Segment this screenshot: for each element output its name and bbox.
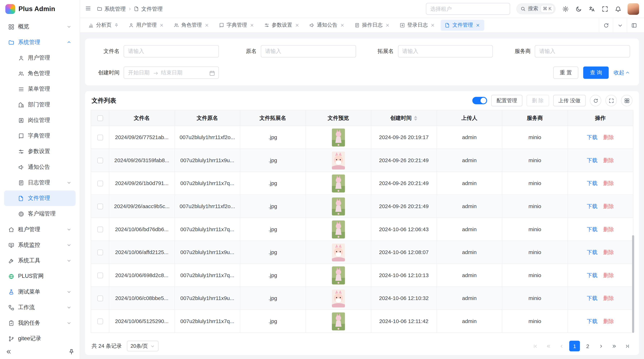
tenant-select[interactable]: 选择租户 xyxy=(426,3,510,15)
row-checkbox[interactable] xyxy=(97,319,103,324)
sidebar-item-test-menu[interactable]: 测试菜单 xyxy=(4,284,76,300)
preview-image[interactable] xyxy=(332,151,345,169)
column-created-time[interactable]: 创建时间 xyxy=(371,110,436,126)
preview-image[interactable] xyxy=(332,197,345,215)
preview-image[interactable] xyxy=(332,289,345,307)
sidebar-item-param-settings[interactable]: 参数设置 xyxy=(4,144,76,159)
delete-link[interactable]: 删除 xyxy=(603,226,614,232)
breadcrumb-item-system-management[interactable]: 系统管理 xyxy=(97,5,126,12)
tab-param-settings[interactable]: 参数设置 xyxy=(260,20,303,31)
fullscreen-list-button[interactable] xyxy=(605,95,617,106)
row-checkbox[interactable] xyxy=(97,158,103,163)
tab-file-management[interactable]: 文件管理 xyxy=(440,20,484,31)
download-link[interactable]: 下载 xyxy=(587,157,598,163)
layout-toggle-button[interactable] xyxy=(627,18,641,32)
fullscreen-button[interactable] xyxy=(601,5,608,12)
download-link[interactable]: 下载 xyxy=(587,134,598,140)
page-2-button[interactable]: 2 xyxy=(582,341,593,352)
sidebar-item-dict-management[interactable]: 字典管理 xyxy=(4,128,76,144)
sidebar-item-workflow[interactable]: 工作流 xyxy=(4,300,76,315)
download-link[interactable]: 下载 xyxy=(587,203,598,209)
download-link[interactable]: 下载 xyxy=(587,226,598,232)
original-name-input[interactable]: 请输入 xyxy=(261,45,356,57)
search-button[interactable]: 查 询 xyxy=(583,66,608,79)
file-name-input[interactable]: 请输入 xyxy=(124,45,219,57)
row-checkbox[interactable] xyxy=(97,296,103,302)
delete-link[interactable]: 删除 xyxy=(603,318,614,324)
prev-page-button[interactable] xyxy=(556,341,567,352)
delete-link[interactable]: 删除 xyxy=(603,272,614,278)
prev-pages-button[interactable] xyxy=(543,341,554,352)
breadcrumb-item-file-management[interactable]: 文件管理 xyxy=(134,5,162,12)
sidebar-item-system-monitor[interactable]: 系统监控 xyxy=(4,237,76,253)
sidebar-item-tenant-management[interactable]: 租户管理 xyxy=(4,222,76,237)
collapse-filters-link[interactable]: 收起 xyxy=(614,69,630,76)
preview-image[interactable] xyxy=(332,128,345,146)
next-pages-button[interactable] xyxy=(609,341,620,352)
hamburger-menu-icon[interactable] xyxy=(85,5,92,12)
sidebar-item-log-management[interactable]: 日志管理 xyxy=(4,175,76,190)
row-checkbox[interactable] xyxy=(97,250,103,256)
sidebar-item-system-management[interactable]: 系统管理 xyxy=(4,34,76,50)
extension-input[interactable]: 请输入 xyxy=(398,45,493,57)
sidebar-item-post-management[interactable]: 岗位管理 xyxy=(4,112,76,128)
download-link[interactable]: 下载 xyxy=(587,318,598,324)
delete-link[interactable]: 删除 xyxy=(603,157,614,163)
table-scrollbar[interactable] xyxy=(632,235,634,333)
page-1-button[interactable]: 1 xyxy=(569,341,580,352)
sidebar-item-plus-site[interactable]: PLUS官网 xyxy=(4,269,76,284)
tab-role-management[interactable]: 角色管理 xyxy=(170,20,213,31)
next-page-button[interactable] xyxy=(596,341,606,352)
row-checkbox[interactable] xyxy=(97,227,103,232)
refresh-list-button[interactable] xyxy=(590,95,601,106)
download-link[interactable]: 下载 xyxy=(587,249,598,255)
sidebar-item-notice[interactable]: 通知公告 xyxy=(4,159,76,175)
delete-link[interactable]: 删除 xyxy=(603,295,614,301)
tab-dict-management[interactable]: 字典管理 xyxy=(215,20,258,31)
preview-image[interactable] xyxy=(332,174,345,192)
preview-image[interactable] xyxy=(332,312,345,330)
sidebar-item-my-tasks[interactable]: 我的任务 xyxy=(4,315,76,331)
delete-link[interactable]: 删除 xyxy=(603,203,614,209)
sort-caret[interactable] xyxy=(414,116,417,121)
vendor-input[interactable]: 请输入 xyxy=(535,45,630,57)
row-checkbox[interactable] xyxy=(97,181,103,186)
notifications-button[interactable] xyxy=(614,5,622,12)
download-link[interactable]: 下载 xyxy=(587,272,598,278)
sidebar-item-user-management[interactable]: 用户管理 xyxy=(4,50,76,66)
batch-delete-button[interactable]: 删 除 xyxy=(526,95,549,106)
reset-button[interactable]: 重 置 xyxy=(553,66,578,79)
last-page-button[interactable] xyxy=(622,341,632,352)
tab-notice[interactable]: 通知公告 xyxy=(305,20,348,31)
dark-mode-button[interactable] xyxy=(575,5,582,12)
sidebar-item-overview[interactable]: 概览 xyxy=(4,19,76,34)
tabs-menu-button[interactable] xyxy=(613,18,627,32)
page-size-select[interactable]: 20条/页 xyxy=(127,341,159,352)
refresh-page-button[interactable] xyxy=(599,18,613,32)
sidebar-item-gitee-log[interactable]: gitee记录 xyxy=(4,331,76,344)
row-checkbox[interactable] xyxy=(97,135,103,140)
sidebar-item-system-tools[interactable]: 系统工具 xyxy=(4,253,76,268)
select-all-checkbox[interactable] xyxy=(97,115,103,121)
delete-link[interactable]: 删除 xyxy=(603,249,614,255)
tab-user-management[interactable]: 用户管理 xyxy=(124,20,168,31)
sidebar-item-file-management[interactable]: 文件管理 xyxy=(4,190,76,206)
tab-analysis[interactable]: 分析页 xyxy=(84,20,123,31)
upload-button[interactable]: 上传 没做 xyxy=(553,95,586,106)
column-settings-button[interactable] xyxy=(621,95,632,106)
download-link[interactable]: 下载 xyxy=(587,295,598,301)
row-checkbox[interactable] xyxy=(97,204,103,209)
tab-operation-log[interactable]: 操作日志 xyxy=(350,20,394,31)
search-toggle-switch[interactable] xyxy=(472,97,487,104)
preview-image[interactable] xyxy=(332,220,345,238)
delete-link[interactable]: 删除 xyxy=(603,180,614,186)
preview-image[interactable] xyxy=(332,243,345,261)
download-link[interactable]: 下载 xyxy=(587,180,598,186)
tab-login-log[interactable]: 登录日志 xyxy=(395,20,439,31)
delete-link[interactable]: 删除 xyxy=(603,134,614,140)
date-range-input[interactable]: 开始日期 结束日期 xyxy=(124,66,219,79)
global-search[interactable]: 搜索 ⌘ K xyxy=(516,3,556,14)
sidebar-item-client-management[interactable]: 客户端管理 xyxy=(4,206,76,222)
preview-image[interactable] xyxy=(332,266,345,284)
sidebar-item-menu-management[interactable]: 菜单管理 xyxy=(4,81,76,97)
